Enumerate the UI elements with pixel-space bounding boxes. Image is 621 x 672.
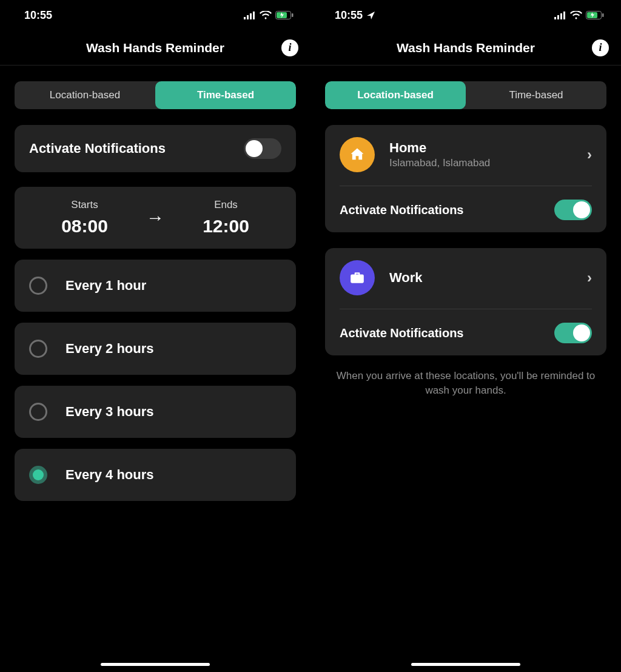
svg-rect-2 xyxy=(250,13,252,19)
chevron-right-icon: › xyxy=(587,146,592,163)
home-icon xyxy=(340,137,375,172)
battery-charging-icon xyxy=(275,11,294,19)
radio-icon[interactable] xyxy=(29,466,47,484)
svg-rect-8 xyxy=(557,15,559,19)
tab-bar: Location-based Time-based xyxy=(15,81,296,109)
location-row[interactable]: HomeIslamabad, Islamabad› xyxy=(340,137,592,186)
svg-rect-7 xyxy=(554,17,556,19)
interval-option-label: Every 3 hours xyxy=(65,404,154,420)
tab-location-based[interactable]: Location-based xyxy=(325,81,466,109)
cellular-signal-icon xyxy=(244,12,256,19)
phone-right: 10:55 Wash Hands Reminder i Location-bas… xyxy=(310,0,621,672)
tab-time-based[interactable]: Time-based xyxy=(155,81,296,109)
ends-value: 12:00 xyxy=(203,216,249,237)
radio-icon[interactable] xyxy=(29,277,47,295)
interval-option[interactable]: Every 4 hours xyxy=(15,449,296,501)
interval-option-label: Every 1 hour xyxy=(65,278,146,294)
time-range-card[interactable]: Starts 08:00 → Ends 12:00 xyxy=(15,187,296,249)
interval-option[interactable]: Every 3 hours xyxy=(15,386,296,438)
location-row[interactable]: Work› xyxy=(340,260,592,309)
starts-value: 08:00 xyxy=(61,216,108,237)
info-button[interactable]: i xyxy=(592,39,609,56)
svg-rect-13 xyxy=(602,13,604,17)
tab-location-based[interactable]: Location-based xyxy=(15,81,155,109)
interval-option[interactable]: Every 1 hour xyxy=(15,260,296,312)
svg-rect-3 xyxy=(253,12,255,19)
cellular-signal-icon xyxy=(554,12,566,19)
activate-notifications-label: Activate Notifications xyxy=(340,326,463,340)
home-indicator[interactable] xyxy=(101,663,210,666)
activate-notifications-label: Activate Notifications xyxy=(340,203,463,217)
radio-icon[interactable] xyxy=(29,403,47,421)
wifi-icon xyxy=(570,11,582,19)
activate-notifications-toggle[interactable] xyxy=(554,323,592,343)
chevron-right-icon: › xyxy=(587,269,592,286)
radio-icon[interactable] xyxy=(29,340,47,358)
interval-option[interactable]: Every 2 hours xyxy=(15,323,296,375)
page-title: Wash Hands Reminder xyxy=(86,41,224,55)
location-subtitle: Islamabad, Islamabad xyxy=(389,157,572,169)
page-title: Wash Hands Reminder xyxy=(397,41,535,55)
footer-hint: When you arrive at these locations, you'… xyxy=(325,355,606,398)
interval-option-label: Every 4 hours xyxy=(65,467,154,483)
activate-notifications-toggle[interactable] xyxy=(244,138,281,159)
tab-bar: Location-based Time-based xyxy=(325,81,606,109)
arrow-right-icon: → xyxy=(140,207,170,228)
svg-rect-0 xyxy=(244,17,246,19)
location-title: Work xyxy=(389,270,572,286)
status-time: 10:55 xyxy=(335,9,363,22)
interval-option-label: Every 2 hours xyxy=(65,341,154,357)
battery-charging-icon xyxy=(586,11,604,19)
page-header: Wash Hands Reminder i xyxy=(0,30,310,66)
ends-label: Ends xyxy=(214,199,238,211)
svg-rect-9 xyxy=(560,13,562,19)
work-icon xyxy=(340,260,375,295)
starts-label: Starts xyxy=(71,199,98,211)
status-time: 10:55 xyxy=(24,9,52,22)
svg-rect-1 xyxy=(247,15,249,19)
page-header: Wash Hands Reminder i xyxy=(310,30,621,66)
svg-rect-10 xyxy=(563,12,565,19)
status-bar: 10:55 xyxy=(310,0,621,30)
location-card: Work›Activate Notifications xyxy=(325,248,606,355)
activate-notifications-card: Activate Notifications xyxy=(15,125,296,172)
status-bar: 10:55 xyxy=(0,0,310,30)
phone-left: 10:55 Wash Hands Reminder i Location-bas… xyxy=(0,0,310,672)
activate-notifications-toggle[interactable] xyxy=(554,200,592,220)
location-card: HomeIslamabad, Islamabad›Activate Notifi… xyxy=(325,125,606,232)
location-arrow-icon xyxy=(366,11,375,20)
activate-notifications-label: Activate Notifications xyxy=(29,141,166,156)
tab-time-based[interactable]: Time-based xyxy=(466,81,606,109)
svg-rect-6 xyxy=(292,13,294,17)
info-button[interactable]: i xyxy=(281,39,298,56)
location-title: Home xyxy=(389,140,572,156)
wifi-icon xyxy=(260,11,272,19)
home-indicator[interactable] xyxy=(411,663,520,666)
